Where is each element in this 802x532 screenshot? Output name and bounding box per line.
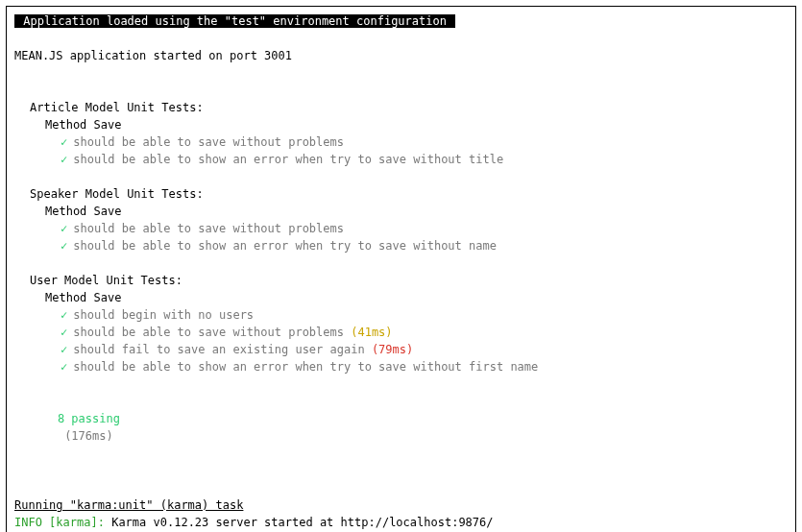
test-text: should be able to show an error when try… xyxy=(73,239,497,253)
blank xyxy=(14,375,788,393)
blank xyxy=(14,254,788,272)
karma-info-text: Karma v0.12.23 server started at http://… xyxy=(111,516,493,529)
test-text: should be able to show an error when try… xyxy=(73,360,538,374)
suite-method: Method Save xyxy=(14,289,788,306)
blank xyxy=(14,82,788,99)
check-icon: ✓ xyxy=(61,222,67,235)
check-icon: ✓ xyxy=(61,153,67,166)
karma-info-lines: INFO [karma]: Karma v0.12.23 server star… xyxy=(14,514,788,532)
karma-info-prefix: INFO [karma]: xyxy=(14,516,111,529)
suite-method: Method Save xyxy=(14,116,788,133)
check-icon: ✓ xyxy=(61,326,67,339)
blank xyxy=(14,64,788,82)
passing-duration-val: (176ms) xyxy=(64,429,113,443)
test-result: ✓should be able to show an error when tr… xyxy=(14,237,788,254)
blank xyxy=(14,168,788,185)
test-result: ✓should be able to show an error when tr… xyxy=(14,358,788,375)
test-result: ✓should be able to save without problems… xyxy=(14,324,788,341)
test-result: ✓should fail to save an existing user ag… xyxy=(14,341,788,358)
test-result: ✓should be able to save without problems xyxy=(14,133,788,151)
check-icon: ✓ xyxy=(61,343,67,356)
test-text: should be able to save without problems xyxy=(73,135,344,149)
summary-line: 8 passing (176ms) xyxy=(14,393,788,462)
suite-title: Speaker Model Unit Tests: xyxy=(14,185,788,203)
suite-title: Article Model Unit Tests: xyxy=(14,99,788,116)
karma-task-line: Running "karma:unit" (karma) task xyxy=(14,496,788,514)
test-text: should be able to save without problems xyxy=(73,222,344,235)
check-icon: ✓ xyxy=(61,239,67,253)
test-text: should begin with no users xyxy=(73,308,254,322)
test-text: should fail to save an existing user aga… xyxy=(73,343,364,356)
check-icon: ✓ xyxy=(61,308,67,322)
karma-info-line: INFO [karma]: Karma v0.12.23 server star… xyxy=(14,514,788,531)
test-result: ✓should be able to save without problems xyxy=(14,220,788,237)
blank xyxy=(14,30,788,47)
blank xyxy=(14,479,788,496)
env-config-line: Application loaded using the "test" envi… xyxy=(14,12,788,30)
test-timing: (41ms) xyxy=(344,326,393,339)
test-text: should be able to save without problems xyxy=(73,326,344,339)
suite-method: Method Save xyxy=(14,203,788,220)
suite-title: User Model Unit Tests: xyxy=(14,272,788,289)
env-config-highlight: Application loaded using the "test" envi… xyxy=(14,14,455,28)
test-suites: Article Model Unit Tests:Method Save✓sho… xyxy=(14,99,788,375)
test-result: ✓should begin with no users xyxy=(14,306,788,324)
startup-line: MEAN.JS application started on port 3001 xyxy=(14,47,788,64)
terminal-output: Application loaded using the "test" envi… xyxy=(6,6,796,532)
check-icon: ✓ xyxy=(61,135,67,149)
test-timing: (79ms) xyxy=(365,343,414,356)
test-result: ✓should be able to show an error when tr… xyxy=(14,151,788,168)
passing-count: 8 passing xyxy=(58,412,120,425)
blank xyxy=(14,462,788,479)
test-text: should be able to show an error when try… xyxy=(73,153,503,166)
check-icon: ✓ xyxy=(61,360,67,374)
